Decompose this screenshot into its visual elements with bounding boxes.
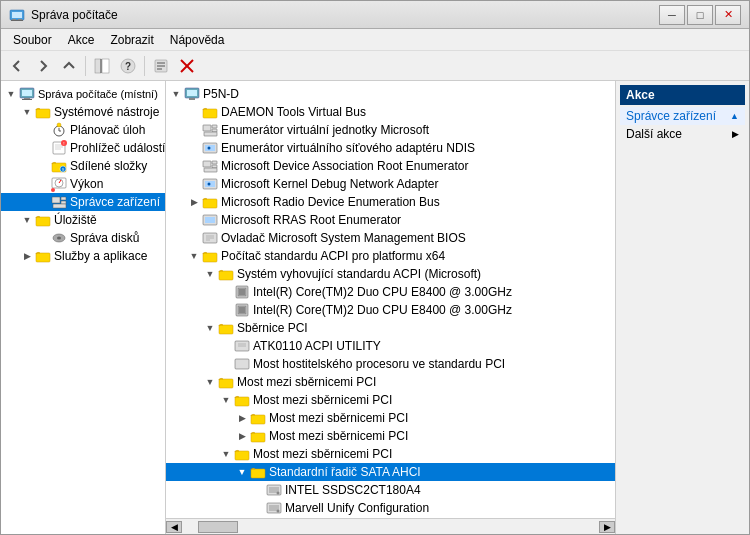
tree-sata-ctrl[interactable]: ▼ Standardní řadič SATA AHCI [166, 463, 615, 481]
forward-button[interactable] [31, 54, 55, 78]
tree-ms-bios[interactable]: ▶ Ovladač Microsoft System Management BI… [166, 229, 615, 247]
intel-core2-label: Intel(R) Core(TM)2 Duo CPU E8400 @ 3.00G… [253, 303, 512, 317]
expand-ms-bios: ▶ [186, 230, 202, 246]
pci-bridge1-icon [218, 374, 234, 390]
show-hide-button[interactable] [90, 54, 114, 78]
expand-root[interactable]: ▼ [3, 86, 19, 102]
action-other[interactable]: Další akce ▶ [620, 125, 745, 143]
left-shared-folders[interactable]: ▶ S Sdílené složky [1, 157, 165, 175]
tree-enum-ms[interactable]: ▶ Enumerátor virtuální jednotky Microsof… [166, 121, 615, 139]
left-system-tools[interactable]: ▼ Systémové nástroje [1, 103, 165, 121]
services-icon [35, 248, 51, 264]
close-button[interactable]: ✕ [715, 5, 741, 25]
up-button[interactable] [57, 54, 81, 78]
action-device-manager[interactable]: Správce zařízení ▲ [620, 107, 745, 125]
tree-acpi-system[interactable]: ▼ Systém vyhovující standardu ACPI (Micr… [166, 265, 615, 283]
tree-pci-bridge1a[interactable]: ▼ Most mezi sběrnicemi PCI [166, 391, 615, 409]
expand-sata-ctrl[interactable]: ▼ [234, 464, 250, 480]
expand-task-scheduler[interactable]: ▶ [35, 122, 51, 138]
left-services[interactable]: ▶ Služby a aplikace [1, 247, 165, 265]
help-button[interactable]: ? [116, 54, 140, 78]
expand-pci-bridge1b[interactable]: ▼ [218, 446, 234, 462]
sata-ctrl-icon [250, 464, 266, 480]
window-icon [9, 7, 25, 23]
expand-pci-bus[interactable]: ▼ [202, 320, 218, 336]
daemon-label: DAEMON Tools Virtual Bus [221, 105, 366, 119]
svg-rect-71 [203, 253, 217, 262]
tree-ms-radio[interactable]: ▶ Microsoft Radio Device Enumeration Bus [166, 193, 615, 211]
expand-pci-bridge1a2[interactable]: ▶ [234, 428, 250, 444]
tree-pci-bridge1a2[interactable]: ▶ Most mezi sběrnicemi PCI [166, 427, 615, 445]
delete-button[interactable] [175, 54, 199, 78]
tree-daemon[interactable]: ▶ DAEMON Tools Virtual Bus [166, 103, 615, 121]
acpi-system-icon [218, 266, 234, 282]
left-event-viewer[interactable]: ▶ ! Prohlížeč událostí [1, 139, 165, 157]
pci-bridge1a2-icon [250, 428, 266, 444]
system-tools-icon [35, 104, 51, 120]
expand-acpi-platform[interactable]: ▼ [186, 248, 202, 264]
expand-event-viewer[interactable]: ▶ [35, 140, 51, 156]
atk0110-icon [234, 338, 250, 354]
title-bar-left: Správa počítače [9, 7, 118, 23]
tree-intel-ssd[interactable]: ▶ INTEL SSDSC2CT180A4 [166, 481, 615, 499]
tree-atk0110[interactable]: ▶ ATK0110 ACPI UTILITY [166, 337, 615, 355]
svg-rect-5 [95, 59, 101, 73]
left-storage[interactable]: ▼ Úložiště [1, 211, 165, 229]
acpi-system-label: Systém vyhovující standardu ACPI (Micros… [237, 267, 481, 281]
tree-pci-host[interactable]: ▶ Most hostitelského procesoru ve standa… [166, 355, 615, 373]
expand-performance[interactable]: ▶ [35, 176, 51, 192]
tree-marvell-unify[interactable]: ▶ Marvell Unify Configuration [166, 499, 615, 517]
tree-pci-bridge1a1[interactable]: ▶ Most mezi sběrnicemi PCI [166, 409, 615, 427]
ms-radio-icon [202, 194, 218, 210]
expand-system-tools[interactable]: ▼ [19, 104, 35, 120]
tree-intel-core2[interactable]: ▶ Intel(R) Core(TM)2 Duo CPU E8400 @ 3.0… [166, 301, 615, 319]
tree-intel-core1[interactable]: ▶ Intel(R) Core(TM)2 Duo CPU E8400 @ 3.0… [166, 283, 615, 301]
pci-bridge1b-label: Most mezi sběrnicemi PCI [253, 447, 392, 461]
minimize-button[interactable]: ─ [659, 5, 685, 25]
expand-p5nd[interactable]: ▼ [168, 86, 184, 102]
expand-ms-radio[interactable]: ▶ [186, 194, 202, 210]
expand-pci-bridge1a[interactable]: ▼ [218, 392, 234, 408]
tree-p5nd[interactable]: ▼ P5N-D [166, 85, 615, 103]
svg-rect-87 [251, 433, 265, 442]
left-device-manager[interactable]: ▶ Správce zařízení [1, 193, 165, 211]
expand-shared-folders[interactable]: ▶ [35, 158, 51, 174]
pci-bus-label: Sběrnice PCI [237, 321, 308, 335]
expand-acpi-system[interactable]: ▼ [202, 266, 218, 282]
horizontal-scrollbar[interactable]: ◀ ▶ [166, 518, 615, 534]
menu-soubor[interactable]: Soubor [5, 31, 60, 49]
left-disk-management[interactable]: ▶ Správa disků [1, 229, 165, 247]
expand-device-manager[interactable]: ▶ [35, 194, 51, 210]
tree-pci-bridge1b[interactable]: ▼ Most mezi sběrnicemi PCI [166, 445, 615, 463]
tree-pci-bus[interactable]: ▼ Sběrnice PCI [166, 319, 615, 337]
menu-akce[interactable]: Akce [60, 31, 103, 49]
expand-pci-bridge1a1[interactable]: ▶ [234, 410, 250, 426]
tree-acpi-platform[interactable]: ▼ Počítač standardu ACPI pro platformu x… [166, 247, 615, 265]
expand-pci-bridge1[interactable]: ▼ [202, 374, 218, 390]
left-task-scheduler[interactable]: ▶ Plánovač úloh [1, 121, 165, 139]
tree-ms-device[interactable]: ▶ Microsoft Device Association Root Enum… [166, 157, 615, 175]
expand-disk-mgmt[interactable]: ▶ [35, 230, 51, 246]
properties-button[interactable] [149, 54, 173, 78]
ms-rras-icon [202, 212, 218, 228]
scroll-thumb[interactable] [198, 521, 238, 533]
maximize-button[interactable]: □ [687, 5, 713, 25]
back-button[interactable] [5, 54, 29, 78]
scroll-right-btn[interactable]: ▶ [599, 521, 615, 533]
tree-pci-bridge1[interactable]: ▼ Most mezi sběrnicemi PCI [166, 373, 615, 391]
menu-napoveda[interactable]: Nápověda [162, 31, 233, 49]
tree-ms-kernel[interactable]: ▶ Microsoft Kernel Debug Network Adapter [166, 175, 615, 193]
expand-services[interactable]: ▶ [19, 248, 35, 264]
intel-ssd-icon [266, 482, 282, 498]
pci-bridge1a-icon [234, 392, 250, 408]
left-performance[interactable]: ▶ Výkon [1, 175, 165, 193]
expand-storage[interactable]: ▼ [19, 212, 35, 228]
menu-zobrazit[interactable]: Zobrazit [102, 31, 161, 49]
expand-daemon[interactable]: ▶ [186, 104, 202, 120]
left-shared-label: Sdílené složky [70, 159, 147, 173]
left-tree-root[interactable]: ▼ Správa počítače (místní) [1, 85, 165, 103]
tree-enum-ndis[interactable]: ▶ Enumerátor virtuálního síťového adapté… [166, 139, 615, 157]
ms-kernel-label: Microsoft Kernel Debug Network Adapter [221, 177, 438, 191]
tree-ms-rras[interactable]: ▶ Microsoft RRAS Root Enumerator [166, 211, 615, 229]
scroll-left-btn[interactable]: ◀ [166, 521, 182, 533]
